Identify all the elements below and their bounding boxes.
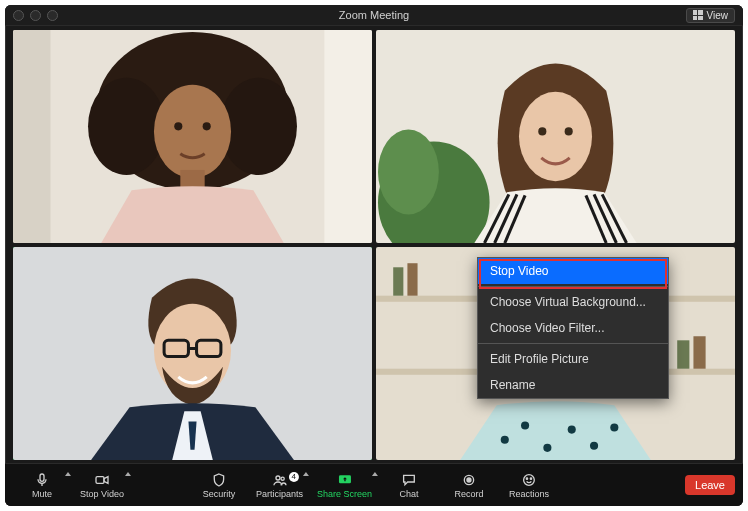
- mute-label: Mute: [32, 489, 52, 499]
- chevron-up-icon[interactable]: [372, 472, 378, 476]
- svg-rect-33: [693, 336, 705, 368]
- view-button[interactable]: View: [686, 8, 736, 23]
- zoom-meeting-window: Zoom Meeting View: [5, 5, 743, 506]
- svg-rect-2: [324, 30, 372, 243]
- svg-point-40: [543, 444, 551, 452]
- menu-item-video-filter[interactable]: Choose Video Filter...: [478, 315, 668, 341]
- participants-icon: [270, 472, 288, 488]
- mute-button[interactable]: Mute: [13, 470, 71, 501]
- reactions-label: Reactions: [509, 489, 549, 499]
- svg-point-42: [590, 442, 598, 450]
- menu-separator: [478, 286, 668, 287]
- chevron-up-icon[interactable]: [65, 472, 71, 476]
- svg-point-52: [524, 474, 535, 485]
- svg-point-53: [526, 478, 527, 479]
- reactions-icon: [520, 472, 538, 488]
- svg-point-51: [467, 478, 471, 482]
- svg-point-38: [501, 436, 509, 444]
- participants-count-badge: 4: [289, 472, 299, 482]
- record-icon: [460, 472, 478, 488]
- reactions-button[interactable]: Reactions: [500, 470, 558, 501]
- svg-rect-30: [393, 267, 403, 295]
- svg-point-39: [521, 421, 529, 429]
- svg-rect-1: [13, 30, 50, 243]
- microphone-icon: [33, 472, 51, 488]
- leave-button[interactable]: Leave: [685, 475, 735, 495]
- chevron-up-icon[interactable]: [125, 472, 131, 476]
- window-title: Zoom Meeting: [5, 9, 743, 21]
- security-label: Security: [203, 489, 236, 499]
- menu-item-stop-video[interactable]: Stop Video: [478, 258, 668, 284]
- svg-point-47: [275, 476, 279, 480]
- svg-rect-31: [407, 263, 417, 295]
- svg-point-8: [203, 122, 211, 130]
- participants-label: Participants: [256, 489, 303, 499]
- chevron-up-icon[interactable]: [303, 472, 309, 476]
- meeting-toolbar: Mute Stop Video: [5, 463, 743, 506]
- stop-video-button[interactable]: Stop Video: [73, 470, 131, 501]
- toolbar-left-group: Mute Stop Video: [13, 470, 131, 501]
- svg-point-7: [174, 122, 182, 130]
- close-window-icon[interactable]: [13, 10, 24, 21]
- svg-point-41: [568, 426, 576, 434]
- chat-label: Chat: [400, 489, 419, 499]
- maximize-window-icon[interactable]: [47, 10, 58, 21]
- window-controls: [13, 10, 58, 21]
- share-screen-button[interactable]: Share Screen: [311, 470, 378, 501]
- svg-rect-44: [40, 474, 44, 481]
- record-button[interactable]: Record: [440, 470, 498, 501]
- svg-point-48: [281, 477, 284, 480]
- security-button[interactable]: Security: [190, 470, 248, 501]
- video-context-menu: Stop Video Choose Virtual Background... …: [477, 257, 669, 399]
- record-label: Record: [455, 489, 484, 499]
- svg-point-12: [378, 129, 439, 214]
- video-tile-1[interactable]: [13, 30, 372, 243]
- chat-button[interactable]: Chat: [380, 470, 438, 501]
- svg-point-13: [519, 92, 592, 181]
- chat-icon: [400, 472, 418, 488]
- svg-point-43: [610, 423, 618, 431]
- titlebar: Zoom Meeting View: [5, 5, 743, 26]
- view-button-label: View: [707, 10, 729, 21]
- minimize-window-icon[interactable]: [30, 10, 41, 21]
- participants-button[interactable]: 4 Participants: [250, 470, 309, 501]
- participant-avatar-1: [13, 30, 372, 243]
- menu-item-rename[interactable]: Rename: [478, 372, 668, 398]
- share-screen-label: Share Screen: [317, 489, 372, 499]
- svg-point-54: [530, 478, 531, 479]
- video-tile-2[interactable]: [376, 30, 735, 243]
- video-tile-3[interactable]: [13, 247, 372, 460]
- participant-avatar-2: [376, 30, 735, 243]
- svg-rect-32: [677, 340, 689, 368]
- svg-point-14: [538, 127, 546, 135]
- grid-icon: [693, 10, 703, 20]
- menu-item-edit-profile-picture[interactable]: Edit Profile Picture: [478, 346, 668, 372]
- svg-point-5: [220, 78, 297, 175]
- shield-icon: [210, 472, 228, 488]
- participant-avatar-3: [13, 247, 372, 460]
- stop-video-label: Stop Video: [80, 489, 124, 499]
- svg-point-6: [154, 85, 231, 178]
- video-camera-icon: [93, 472, 111, 488]
- menu-separator: [478, 343, 668, 344]
- svg-point-4: [88, 78, 165, 175]
- svg-rect-46: [96, 476, 104, 483]
- share-screen-icon: [336, 472, 354, 488]
- toolbar-center-group: Security 4 Participants: [190, 470, 558, 501]
- svg-point-15: [565, 127, 573, 135]
- menu-item-virtual-background[interactable]: Choose Virtual Background...: [478, 289, 668, 315]
